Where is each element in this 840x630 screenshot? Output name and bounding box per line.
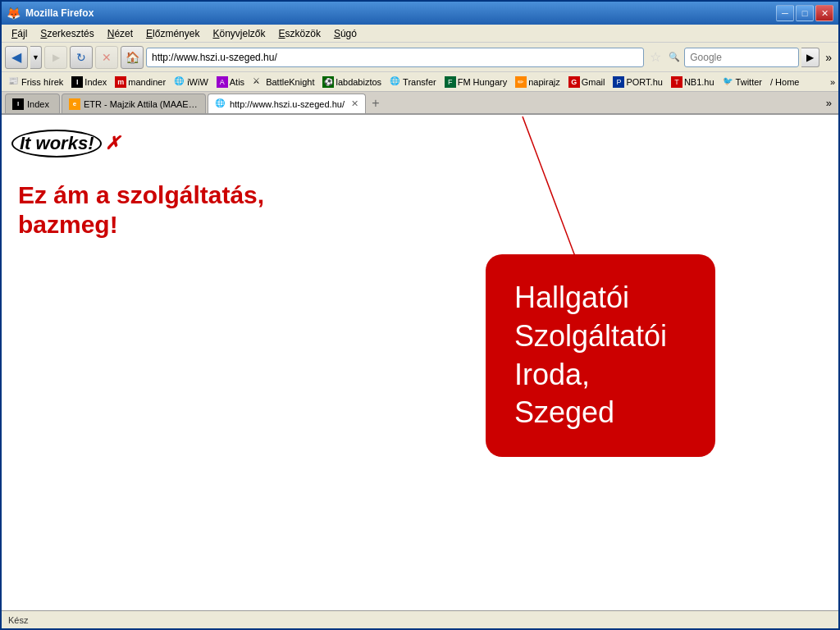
back-button[interactable]: ◀ [5,46,28,69]
content-area: It works!✗ Ez ám a szolgáltatás, bazmeg!… [2,115,838,610]
statusbar: Kész [2,610,838,628]
bookmark-index[interactable]: I Index [68,75,110,89]
it-works-annotation: It works!✗ [11,130,120,158]
forward-button[interactable]: ▶ [44,46,67,69]
bookmarks-bar: 📰 Friss hírek I Index m mandiner 🌐 iWiW … [2,72,838,92]
url-bar[interactable] [146,48,644,67]
twitter-icon: 🐦 [723,76,734,88]
tab-hszi-label: http://www.hszi.u-szeged.hu/ [230,99,345,109]
close-button[interactable]: ✕ [815,5,833,21]
battleknight-icon: ⚔ [253,76,264,88]
browser-window: 🦊 Mozilla Firefox ─ □ ✕ Fájl Szerkesztés… [0,0,840,630]
menu-edit[interactable]: Szerkesztés [34,26,100,41]
bookmark-napirajz[interactable]: ✏ napirajz [512,75,564,89]
tabbar: I Index e ETR - Majzik Attila (MAAEAV.J.… [2,92,838,115]
bookmark-atis[interactable]: A Atis [213,75,248,89]
menu-view[interactable]: Nézet [101,26,139,41]
bookmark-battleknight[interactable]: ⚔ BattleKnight [249,75,317,89]
tab-hszi-icon: 🌐 [215,98,226,110]
tab-index-label: Index [27,99,49,109]
bookmark-port[interactable]: P PORT.hu [609,75,665,89]
tab-etr-icon: e [69,98,80,110]
tab-etr-label: ETR - Majzik Attila (MAAEAV.J.SZE) [84,99,199,109]
new-tab-button[interactable]: + [368,95,384,112]
tab-scroll-right[interactable]: » [823,97,835,109]
menu-help[interactable]: Súgó [327,26,363,41]
search-engine-icon: 🔍 [669,52,680,62]
red-info-box: Hallgatói Szolgáltatói Iroda, Szeged [486,254,715,457]
atis-icon: A [217,76,228,88]
navbar: ◀ ▼ ▶ ↻ ✕ 🏠 ☆ 🔍 ▶ » [2,43,838,72]
it-works-text: It works! [11,130,102,158]
tab-etr[interactable]: e ETR - Majzik Attila (MAAEAV.J.SZE) [62,94,206,113]
nb1-icon: T [671,76,682,88]
bookmark-gmail[interactable]: G Gmail [565,75,609,89]
bookmark-frissHirek[interactable]: 📰 Friss hírek [5,75,66,89]
main-text-line1: Ez ám a szolgáltatás, [18,181,264,208]
bookmark-nb1[interactable]: T NB1.hu [668,75,718,89]
back-dropdown[interactable]: ▼ [30,46,42,69]
napirajz-icon: ✏ [515,76,527,88]
menu-file[interactable]: Fájl [5,26,34,41]
red-box-line4: Szeged [514,395,614,429]
reload-button[interactable]: ↻ [70,46,93,69]
cross-mark: ✗ [105,133,120,153]
window-buttons: ─ □ ✕ [776,5,833,21]
tab-hszi-close[interactable]: ✕ [351,98,358,109]
red-box-line2: Szolgáltatói [514,319,667,353]
bookmark-labdabiztos[interactable]: ⚽ labdabiztos [319,75,385,89]
port-icon: P [613,76,624,88]
bookmark-star[interactable]: ☆ [646,49,664,65]
menubar: Fájl Szerkesztés Nézet Előzmények Könyvj… [2,25,838,43]
search-button[interactable]: ▶ [801,48,819,67]
svg-line-0 [523,116,576,258]
transfer-icon: 🌐 [390,76,401,88]
minimize-button[interactable]: ─ [776,5,794,21]
menu-bookmarks[interactable]: Könyvjelzők [206,26,272,41]
bookmark-iwi[interactable]: 🌐 iWiW [171,75,212,89]
red-box-line1: Hallgatói [514,281,629,314]
tab-index[interactable]: I Index [5,94,60,113]
index-icon: I [71,76,83,88]
bookmark-fmhungary[interactable]: F FM Hungary [441,75,511,89]
main-text: Ez ám a szolgáltatás, bazmeg! [18,180,264,240]
frissHirek-icon: 📰 [8,76,20,88]
title-text: Mozilla Firefox [25,7,776,19]
gmail-icon: G [568,76,580,88]
status-text: Kész [8,615,28,625]
fm-icon: F [445,76,456,88]
firefox-icon: 🦊 [7,7,21,20]
tab-index-icon: I [12,98,24,110]
menu-history[interactable]: Előzmények [139,26,206,41]
more-button[interactable]: » [822,51,835,64]
stop-button[interactable]: ✕ [95,46,118,69]
bookmark-twitter[interactable]: 🐦 Twitter [719,75,765,89]
search-bar[interactable] [684,48,799,67]
maximize-button[interactable]: □ [796,5,814,21]
bookmarks-more[interactable]: » [830,77,835,87]
iwi-icon: 🌐 [174,76,185,88]
titlebar: 🦊 Mozilla Firefox ─ □ ✕ [2,2,838,25]
red-box-line3: Iroda, [514,358,590,391]
main-text-line2: bazmeg! [18,211,118,238]
tab-hszi[interactable]: 🌐 http://www.hszi.u-szeged.hu/ ✕ [208,94,366,113]
menu-tools[interactable]: Eszközök [272,26,327,41]
bookmark-transfer[interactable]: 🌐 Transfer [386,75,440,89]
bookmark-mandiner[interactable]: m mandiner [112,75,169,89]
mandiner-icon: m [115,76,126,88]
home-button[interactable]: 🏠 [121,46,144,69]
labda-icon: ⚽ [322,76,334,88]
twitter-label: Twitter [736,77,762,87]
bookmark-home[interactable]: / Home [767,75,802,89]
